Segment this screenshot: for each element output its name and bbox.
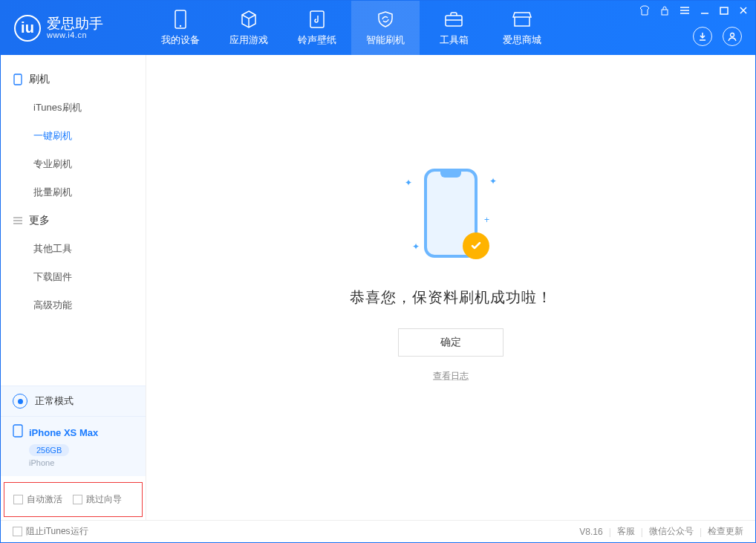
user-icon[interactable]: [723, 27, 742, 46]
svg-rect-4: [662, 10, 668, 15]
toolbox-icon: [444, 10, 463, 29]
divider: |: [641, 527, 643, 537]
section-title: 刷机: [29, 73, 50, 86]
nav-label: 工具箱: [440, 33, 469, 47]
nav-toolbox[interactable]: 工具箱: [420, 1, 488, 55]
svg-point-6: [731, 33, 734, 37]
maximize-icon[interactable]: [720, 6, 729, 17]
sidebar-section-flash: 刷机: [1, 65, 146, 94]
divider: |: [609, 527, 611, 537]
nav-label: 铃声壁纸: [298, 33, 336, 47]
svg-rect-2: [310, 11, 324, 27]
sidebar: 刷机 iTunes刷机 一键刷机 专业刷机 批量刷机 更多 其他工具 下载固件 …: [1, 55, 146, 520]
download-icon[interactable]: [693, 27, 712, 46]
sparkle-icon: ✦: [489, 176, 497, 186]
music-file-icon: [309, 10, 325, 29]
device-mode-box[interactable]: 正常模式: [1, 386, 146, 416]
nav-label: 我的设备: [161, 33, 200, 47]
sidebar-item-other-tools[interactable]: 其他工具: [1, 235, 146, 263]
app-header: iu 爱思助手 www.i4.cn 我的设备 应用游戏 铃声壁纸 智能刷机 工具…: [1, 1, 755, 55]
device-name: iPhone XS Max: [29, 427, 98, 438]
phone-icon: [13, 74, 23, 85]
lock-icon[interactable]: [660, 5, 669, 18]
checkbox-label: 跳过向导: [86, 493, 122, 506]
header-right-icons: [693, 27, 742, 46]
checkbox-label: 阻止iTunes运行: [26, 525, 88, 538]
checkbox-auto-activate[interactable]: 自动激活: [13, 493, 62, 506]
titlebar-controls: [639, 5, 748, 18]
app-url: www.i4.cn: [47, 31, 103, 40]
sidebar-item-pro-flash[interactable]: 专业刷机: [1, 150, 146, 178]
nav-label: 智能刷机: [366, 33, 405, 47]
footer: 阻止iTunes运行 V8.16 | 客服 | 微信公众号 | 检查更新: [1, 520, 755, 542]
minimize-icon[interactable]: [700, 6, 709, 17]
sparkle-icon: ✦: [412, 241, 420, 252]
sidebar-item-advanced[interactable]: 高级功能: [1, 291, 146, 319]
checkbox-skip-guide[interactable]: 跳过向导: [73, 493, 122, 506]
nav-label: 爱思商城: [503, 33, 541, 47]
nav-ringtone-wallpaper[interactable]: 铃声壁纸: [283, 1, 351, 55]
nav-smart-flash[interactable]: 智能刷机: [351, 1, 420, 55]
svg-rect-5: [720, 7, 728, 14]
checkbox-label: 自动激活: [27, 493, 62, 506]
svg-point-1: [180, 25, 181, 26]
checkmark-badge-icon: [463, 233, 489, 259]
cube-icon: [239, 10, 258, 29]
top-nav: 我的设备 应用游戏 铃声壁纸 智能刷机 工具箱 爱思商城: [146, 1, 556, 55]
footer-link-wechat[interactable]: 微信公众号: [649, 525, 694, 538]
sidebar-section-more: 更多: [1, 207, 146, 235]
store-icon: [512, 10, 532, 29]
nav-store[interactable]: 爱思商城: [488, 1, 556, 55]
footer-link-support[interactable]: 客服: [617, 525, 635, 538]
svg-rect-3: [446, 16, 462, 26]
phone-small-icon: [13, 424, 23, 440]
tshirt-icon[interactable]: [639, 5, 650, 18]
view-log-link[interactable]: 查看日志: [433, 370, 469, 383]
nav-my-device[interactable]: 我的设备: [146, 1, 215, 55]
logo-area: iu 爱思助手 www.i4.cn: [1, 15, 146, 42]
app-logo-icon: iu: [14, 15, 41, 42]
sparkle-icon: ✦: [405, 178, 412, 188]
divider: |: [700, 527, 702, 537]
menu-icon[interactable]: [680, 6, 690, 17]
list-icon: [13, 215, 23, 226]
mode-indicator-icon: [13, 394, 27, 409]
mode-label: 正常模式: [35, 394, 74, 408]
checkbox-block-itunes[interactable]: 阻止iTunes运行: [13, 525, 88, 538]
section-title: 更多: [29, 214, 50, 227]
svg-rect-8: [13, 425, 22, 437]
sidebar-item-itunes-flash[interactable]: iTunes刷机: [1, 94, 146, 122]
ok-button[interactable]: 确定: [398, 328, 504, 357]
sidebar-item-oneclick-flash[interactable]: 一键刷机: [1, 122, 146, 150]
version-label: V8.16: [579, 527, 602, 537]
device-icon: [174, 10, 187, 29]
sidebar-item-batch-flash[interactable]: 批量刷机: [1, 178, 146, 207]
svg-rect-7: [14, 74, 22, 85]
main-content: ✦ ✦ ✦ + 恭喜您，保资料刷机成功啦！ 确定 查看日志: [146, 55, 755, 520]
result-title: 恭喜您，保资料刷机成功啦！: [350, 287, 553, 308]
device-type: iPhone: [29, 458, 134, 467]
close-icon[interactable]: [739, 6, 748, 17]
flash-options-highlight: 自动激活 跳过向导: [4, 482, 143, 517]
device-capacity: 256GB: [29, 444, 69, 456]
nav-apps-games[interactable]: 应用游戏: [215, 1, 283, 55]
footer-link-update[interactable]: 检查更新: [708, 525, 743, 538]
refresh-shield-icon: [376, 10, 395, 29]
nav-label: 应用游戏: [229, 33, 268, 47]
device-info-box[interactable]: iPhone XS Max 256GB iPhone: [1, 416, 146, 476]
app-title: 爱思助手: [47, 16, 103, 31]
sidebar-item-download-firmware[interactable]: 下载固件: [1, 263, 146, 291]
success-illustration: ✦ ✦ ✦ +: [399, 163, 503, 267]
sparkle-icon: +: [484, 215, 489, 225]
